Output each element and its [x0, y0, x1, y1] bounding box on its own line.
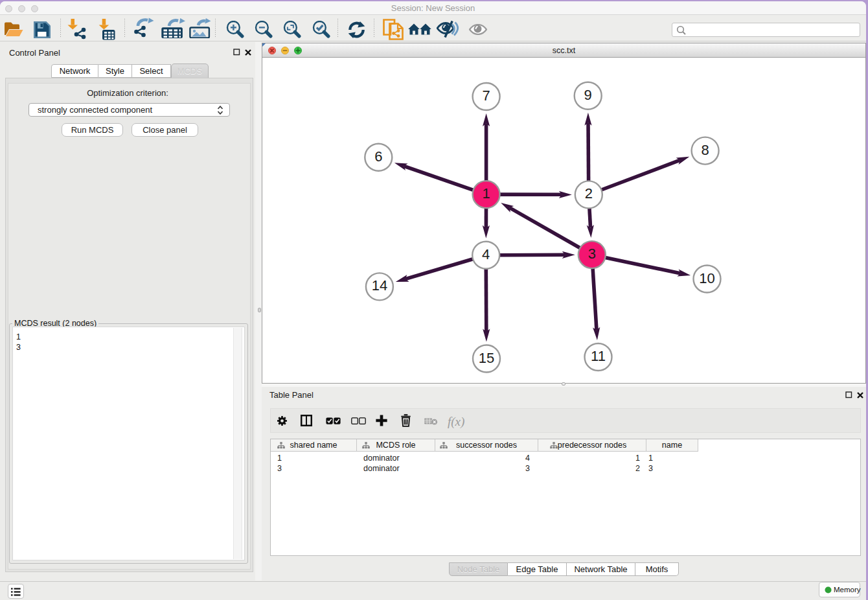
svg-text:4: 4 — [482, 246, 490, 262]
svg-text:14: 14 — [372, 277, 387, 294]
svg-text:9: 9 — [584, 87, 592, 103]
svg-text:7: 7 — [482, 87, 490, 104]
svg-text:3: 3 — [588, 246, 596, 262]
svg-text:15: 15 — [479, 350, 494, 366]
svg-text:1: 1 — [482, 185, 490, 202]
svg-text:10: 10 — [699, 270, 714, 286]
svg-text:11: 11 — [591, 348, 606, 364]
svg-text:8: 8 — [701, 142, 709, 158]
svg-text:6: 6 — [374, 148, 382, 165]
svg-text:2: 2 — [585, 185, 593, 202]
